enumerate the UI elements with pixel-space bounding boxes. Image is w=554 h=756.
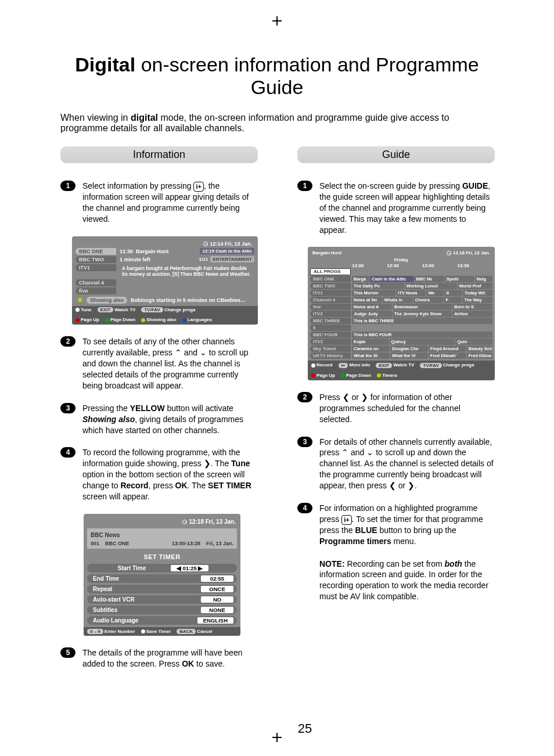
channel-pill: BBC TWO bbox=[75, 256, 116, 263]
guide-channel: ITV1 bbox=[310, 290, 351, 296]
guide-row: Channel 4News at NoWhats inCheersFThe Wa… bbox=[310, 297, 492, 303]
channel-pill: Channel 4 bbox=[75, 279, 116, 286]
channel-pill: five bbox=[75, 287, 116, 294]
guide-note: NOTE: Recording can be set from both the… bbox=[319, 559, 495, 603]
guide-step-2: 2 Press ❮ or ❯ for information of other … bbox=[297, 392, 495, 425]
guide-channel: 8 bbox=[310, 325, 351, 331]
guide-channel: BBC ONE bbox=[310, 276, 351, 282]
guide-channel: Channel 4 bbox=[310, 297, 351, 303]
info-key-icon: i+ bbox=[193, 182, 203, 192]
guide-row: ITV2Judge JudyThe Jeremy Kyle ShowAirlin… bbox=[310, 311, 492, 317]
page-number: 25 bbox=[298, 721, 312, 736]
guide-channel: five bbox=[310, 304, 351, 310]
step-badge: 1 bbox=[60, 181, 75, 191]
guide-row: BBC THREEThis is BBC THREE bbox=[310, 318, 492, 324]
guide-row: UKTV HistoryWhat the StWhat the ViFred D… bbox=[310, 352, 492, 359]
guide-step-4: 4 For information on a highlighted progr… bbox=[297, 503, 495, 547]
guide-step-1: 1 Select the on-screen guide by pressing… bbox=[297, 181, 495, 235]
guide-channel: ITV2 bbox=[310, 311, 351, 317]
guide-row: BBC FOURThis is BBC FOUR bbox=[310, 332, 492, 338]
guide-channel: UKTV History bbox=[310, 352, 351, 359]
timer-row: Auto-start VCRNO bbox=[87, 595, 237, 604]
guide-osd: Bargain Hunt12.18 Fri, 13 Jan. Friday 12… bbox=[308, 247, 495, 380]
info-key-icon: i+ bbox=[341, 515, 351, 525]
timer-row: Start Time◀ 01:25 ▶ bbox=[87, 564, 237, 573]
channel-pill: ITV1 bbox=[75, 264, 116, 271]
guide-row: BBC ONEBargaCash in the AtticBBC NeSpotl… bbox=[310, 276, 492, 282]
guide-row: fiveHome and ABrainteaserBorn to S bbox=[310, 304, 492, 310]
channel-pill: BBC ONE bbox=[75, 248, 116, 255]
info-step-5: 5 The details of the programme will have… bbox=[60, 647, 258, 669]
information-header: Information bbox=[60, 146, 258, 163]
guide-channel: ALL PROGS bbox=[310, 268, 351, 275]
guide-row: Sky TravelCanaries onDouglas CheFloyd Ar… bbox=[310, 345, 492, 352]
information-osd: 12:14 Fri, 13 Jan. BBC ONE 11:30 Bargain… bbox=[72, 236, 258, 325]
guide-channel: ITV3 bbox=[310, 339, 351, 345]
timer-row: Audio LanguageENGLISH bbox=[87, 616, 237, 625]
guide-channel: Sky Travel bbox=[310, 345, 351, 352]
guide-channel: BBC TWO bbox=[310, 283, 351, 289]
timer-row: End Time02:55 bbox=[87, 574, 237, 583]
guide-row: BBC TWOThe Daily PoWorking LunchWorld Pr… bbox=[310, 283, 492, 289]
timer-footer: 0 – 9Enter Number Save Timer BACKCancel bbox=[84, 627, 240, 636]
page-title: Digital on-screen information and Progra… bbox=[60, 53, 549, 99]
set-timer-osd: 12:18 Fri, 13 Jan. BBC News 001 BBC ONE … bbox=[84, 514, 240, 636]
guide-row: ITV1This MorninITV NewsWeItToday Wit bbox=[310, 290, 492, 296]
timer-row: SubtitlesNONE bbox=[87, 606, 237, 614]
guide-row: ALL PROGS bbox=[310, 268, 492, 275]
guide-row: 8 bbox=[310, 325, 492, 331]
intro-text: When viewing in digital mode, the on-scr… bbox=[60, 113, 549, 134]
guide-footer: Record i+More info EXITWatch TV TV/FAVCh… bbox=[308, 361, 495, 380]
osd-footer: Tune EXITWatch TV TV/FAVChange progs Pag… bbox=[72, 306, 258, 325]
crop-mark-bottom bbox=[272, 733, 282, 742]
guide-channel: BBC FOUR bbox=[310, 332, 351, 338]
info-step-4: 4 To record the following programme, wit… bbox=[60, 447, 258, 502]
guide-header: Guide bbox=[297, 146, 495, 163]
guide-step-3: 3 For details of other channels currentl… bbox=[297, 437, 495, 491]
crop-mark-top bbox=[272, 16, 282, 26]
guide-channel: BBC THREE bbox=[310, 318, 351, 324]
timer-row: RepeatONCE bbox=[87, 585, 237, 593]
info-step-1: 1 Select information by pressing i+, the… bbox=[60, 181, 258, 225]
info-step-3: 3 Pressing the YELLOW button will activa… bbox=[60, 403, 258, 436]
info-step-2: 2 To see details of any of the other cha… bbox=[60, 336, 258, 391]
guide-row: ITV3KojakQuincyQuin bbox=[310, 339, 492, 345]
